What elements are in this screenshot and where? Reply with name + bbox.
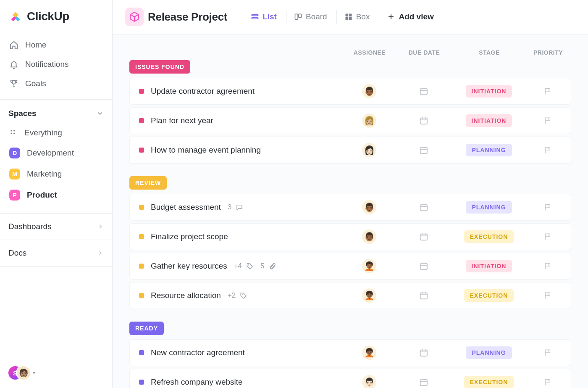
- space-badge: M: [9, 169, 20, 179]
- nav-dashboards[interactable]: Dashboards: [0, 213, 112, 240]
- task-stage[interactable]: INITIATION: [453, 260, 525, 272]
- chevron-down-icon: [96, 110, 104, 117]
- flag-icon: [543, 203, 552, 211]
- task-assignee[interactable]: 👩🏼: [344, 113, 394, 128]
- brand-logo[interactable]: ClickUp: [0, 0, 112, 35]
- view-list[interactable]: List: [243, 10, 284, 24]
- col-priority: PRIORITY: [525, 49, 571, 56]
- flag-icon: [543, 291, 552, 300]
- task-priority[interactable]: [525, 291, 571, 300]
- task-tags[interactable]: +4: [234, 262, 254, 270]
- stage-pill: PLANNING: [466, 201, 512, 214]
- group-ready: READY New contractor agreement 🧑🏾‍🦱 PLAN…: [113, 322, 588, 388]
- task-assignee[interactable]: 🧑🏾‍🦱: [344, 288, 394, 303]
- task-row[interactable]: Gather key resources +45 🧑🏾‍🦱 INITIATION: [129, 253, 571, 280]
- col-assignee: ASSIGNEE: [344, 49, 395, 56]
- status-dot: [139, 118, 144, 123]
- task-title: How to manage event planning: [151, 145, 261, 155]
- task-row[interactable]: How to manage event planning 👩🏻 PLANNING: [129, 137, 571, 164]
- task-attachments[interactable]: 5: [260, 262, 276, 270]
- task-due-date[interactable]: [394, 145, 453, 155]
- view-box[interactable]: Box: [336, 10, 378, 24]
- task-due-date[interactable]: [394, 203, 453, 212]
- svg-rect-10: [345, 17, 348, 20]
- task-row[interactable]: New contractor agreement 🧑🏾‍🦱 PLANNING: [129, 339, 571, 366]
- task-priority[interactable]: [525, 348, 571, 357]
- task-priority[interactable]: [525, 378, 571, 386]
- task-assignee[interactable]: 👨🏾: [344, 230, 394, 244]
- task-stage[interactable]: PLANNING: [453, 201, 525, 214]
- view-board-label: Board: [306, 12, 327, 21]
- task-priority[interactable]: [525, 262, 571, 270]
- task-assignee[interactable]: 👨🏾: [344, 84, 394, 98]
- task-row[interactable]: Refresh company website 👨🏻 EXECUTION: [129, 369, 571, 388]
- calendar-icon: [419, 87, 428, 96]
- tag-icon: [240, 292, 247, 299]
- status-dot: [139, 380, 144, 385]
- task-row[interactable]: Resource allocation +2 🧑🏾‍🦱 EXECUTION: [129, 282, 571, 309]
- task-assignee[interactable]: 🧑🏾‍🦱: [344, 259, 394, 273]
- task-priority[interactable]: [525, 232, 571, 241]
- nav-notifications[interactable]: Notifications: [5, 55, 107, 74]
- task-priority[interactable]: [525, 87, 571, 95]
- task-assignee[interactable]: 🧑🏾‍🦱: [344, 346, 394, 360]
- task-stage[interactable]: EXECUTION: [453, 230, 525, 243]
- brand-name: ClickUp: [27, 10, 69, 23]
- nav-goals[interactable]: Goals: [5, 74, 107, 93]
- task-row[interactable]: Plan for next year 👩🏼 INITIATION: [129, 107, 571, 134]
- task-due-date[interactable]: [394, 291, 453, 300]
- task-assignee[interactable]: 👨🏾: [344, 200, 394, 214]
- status-dot: [139, 293, 144, 298]
- list-icon: [251, 13, 259, 21]
- task-priority[interactable]: [525, 146, 571, 154]
- task-row[interactable]: Finalize project scope 👨🏾 EXECUTION: [129, 223, 571, 250]
- view-add[interactable]: Add view: [379, 10, 441, 24]
- task-due-date[interactable]: [394, 348, 453, 357]
- project-icon[interactable]: [125, 8, 144, 26]
- avatar: 👩🏼: [362, 113, 376, 128]
- task-title: New contractor agreement: [151, 348, 245, 357]
- calendar-icon: [419, 116, 428, 125]
- task-stage[interactable]: EXECUTION: [453, 289, 525, 302]
- task-due-date[interactable]: [394, 232, 453, 241]
- stage-pill: INITIATION: [466, 260, 512, 272]
- task-tags[interactable]: +2: [228, 291, 247, 300]
- task-stage[interactable]: PLANNING: [453, 144, 525, 156]
- space-item-development[interactable]: D Development: [6, 143, 106, 164]
- task-stage[interactable]: INITIATION: [453, 85, 525, 98]
- task-comments[interactable]: 3: [228, 203, 243, 211]
- group-label[interactable]: ISSUES FOUND: [129, 60, 190, 74]
- space-everything[interactable]: Everything: [6, 123, 106, 143]
- task-priority[interactable]: [525, 203, 571, 211]
- bell-icon: [9, 60, 18, 69]
- task-due-date[interactable]: [394, 87, 453, 96]
- space-item-marketing[interactable]: M Marketing: [6, 164, 106, 185]
- spaces-header[interactable]: Spaces: [0, 100, 112, 122]
- board-icon: [294, 13, 302, 21]
- nav-dashboards-label: Dashboards: [8, 222, 51, 231]
- task-assignee[interactable]: 👨🏻: [344, 375, 394, 388]
- task-due-date[interactable]: [394, 261, 453, 271]
- task-due-date[interactable]: [394, 116, 453, 125]
- task-title: Gather key resources: [151, 261, 227, 271]
- user-menu[interactable]: S 🧑🏽 ▾: [8, 365, 35, 380]
- home-icon: [9, 40, 18, 50]
- task-row[interactable]: Update contractor agreement 👨🏾 INITIATIO…: [129, 78, 571, 105]
- group-label[interactable]: REVIEW: [129, 176, 167, 190]
- task-stage[interactable]: EXECUTION: [453, 376, 525, 388]
- task-title: Refresh company website: [151, 377, 243, 387]
- task-stage[interactable]: PLANNING: [453, 346, 525, 359]
- avatar: 🧑🏾‍🦱: [362, 288, 376, 303]
- view-board[interactable]: Board: [286, 10, 335, 24]
- task-assignee[interactable]: 👩🏻: [344, 143, 394, 157]
- status-dot: [139, 234, 144, 239]
- task-stage[interactable]: INITIATION: [453, 114, 525, 127]
- task-due-date[interactable]: [394, 377, 453, 387]
- task-priority[interactable]: [525, 116, 571, 125]
- group-label[interactable]: READY: [129, 322, 164, 335]
- task-row[interactable]: Budget assessment 3 👨🏾 PLANNING: [129, 194, 571, 221]
- space-item-product[interactable]: P Product: [6, 185, 106, 206]
- svg-rect-7: [299, 14, 302, 17]
- nav-home[interactable]: Home: [5, 35, 107, 55]
- nav-docs[interactable]: Docs: [0, 240, 112, 266]
